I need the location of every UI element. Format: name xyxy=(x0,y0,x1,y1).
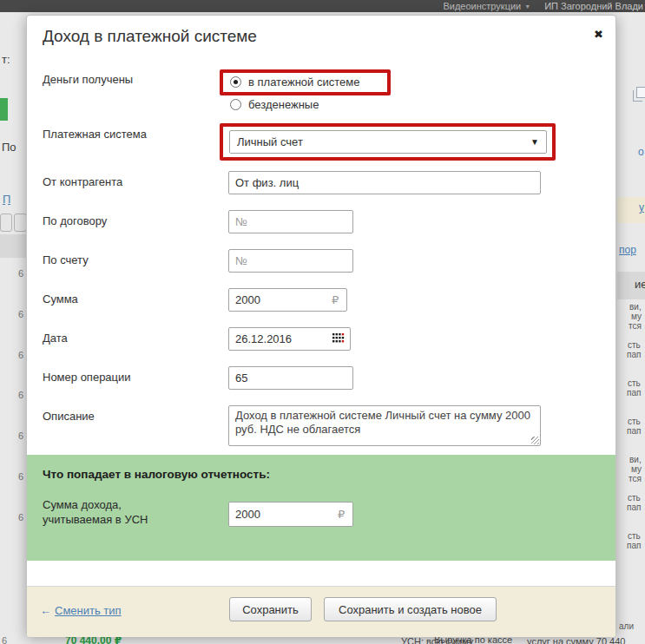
contract-label: По договору xyxy=(43,214,107,227)
radio-option-label: безденежные xyxy=(248,98,319,111)
video-instructions-link[interactable]: Видеоинструкции xyxy=(443,1,521,11)
amount-input[interactable] xyxy=(228,288,347,312)
bg-fragment-cell: али xyxy=(619,621,634,631)
topbar: Видеоинструкции ▼ ИП Загородний Влади xyxy=(0,0,645,12)
bg-fragment-plain: услуг на сумму 70 440 xyxy=(527,637,625,644)
tax-section-title: Что попадает в налоговую отчетность: xyxy=(43,468,270,481)
bg-fragment-date-digit: 6 xyxy=(18,391,23,400)
bg-fragment-gray-button-edge xyxy=(0,214,12,232)
account-name[interactable]: ИП Загородний Влади xyxy=(544,1,643,11)
payment-system-label: Платежная система xyxy=(43,128,147,141)
bg-fragment-cell: сть xyxy=(628,340,641,350)
usn-income-label-line1: Сумма дохода, xyxy=(43,498,122,511)
bg-fragment-money: 70 440,00 ₽ xyxy=(65,636,122,644)
bg-fragment-cell: пап xyxy=(627,426,641,436)
ruble-sign: ₽ xyxy=(332,293,339,306)
calendar-icon[interactable] xyxy=(332,333,345,344)
dropdown-caret-icon: ▼ xyxy=(530,137,539,147)
invoice-number-input[interactable] xyxy=(228,249,353,273)
radio-unselected-icon[interactable] xyxy=(230,99,241,110)
bg-fragment-dashed: П xyxy=(3,194,10,205)
radio-option-label: в платежной системе xyxy=(248,76,359,89)
radio-option-payment-system[interactable]: в платежной системе xyxy=(230,76,359,89)
bg-fragment-cell: му xyxy=(631,312,642,321)
bg-fragment-cell: пап xyxy=(627,503,641,512)
bg-fragment-cell: ви, xyxy=(629,455,642,464)
radio-selected-icon[interactable] xyxy=(230,76,241,88)
selected-option: Личный счет xyxy=(237,135,303,148)
bg-fragment-cell: тся xyxy=(629,321,642,331)
bg-fragment-cell: сть xyxy=(628,531,641,541)
usn-income-input[interactable] xyxy=(228,502,353,527)
chevron-down-icon: ▼ xyxy=(524,3,530,10)
invoice-label: По счету xyxy=(43,253,89,266)
payment-system-select[interactable]: Личный счет ▼ xyxy=(229,130,547,154)
bg-fragment-green-button-edge xyxy=(0,98,8,121)
bg-fragment-cell: сть xyxy=(628,493,641,503)
ruble-sign: ₽ xyxy=(338,508,345,521)
bg-fragment-date-digit: 6 xyxy=(18,472,23,482)
bg-fragment-cell: пап xyxy=(627,541,641,550)
bg-fragment-link[interactable]: о xyxy=(638,148,644,157)
income-payment-system-dialog: Доход в платежной системе ✖ Деньги получ… xyxy=(26,15,616,636)
bg-fragment-cell: ви, xyxy=(629,302,642,312)
bg-fragment-date-digit: 6 xyxy=(18,351,23,360)
operation-number-label: Номер операции xyxy=(43,371,131,384)
close-icon[interactable]: ✖ xyxy=(594,29,603,40)
bg-fragment-link[interactable]: пор xyxy=(619,246,636,255)
save-button[interactable]: Сохранить xyxy=(229,597,312,621)
amount-label: Сумма xyxy=(43,292,78,306)
dialog-title: Доход в платежной системе xyxy=(43,27,257,46)
operation-number-input[interactable] xyxy=(228,366,353,390)
bg-fragment-cell: пап xyxy=(627,350,641,359)
counterparty-input[interactable] xyxy=(228,171,541,194)
bg-fragment-date-digit: 6 xyxy=(18,269,23,279)
change-type-link[interactable]: ←Сменить тип xyxy=(40,604,122,617)
counterparty-label: От контрагента xyxy=(43,175,122,188)
bg-fragment-cell: сть xyxy=(628,417,641,426)
radio-option-non-monetary[interactable]: безденежные xyxy=(230,98,319,111)
bg-fragment-cell: пап xyxy=(627,388,641,398)
bg-fragment-cell: тся xyxy=(629,474,642,483)
back-arrow-icon: ← xyxy=(40,604,51,617)
bg-fragment-header-band-left xyxy=(0,234,26,258)
money-received-label: Деньги получены xyxy=(43,73,133,86)
bg-fragment-text-dark: ие xyxy=(635,279,645,289)
bg-fragment-date-digit: 6 xyxy=(2,636,7,644)
usn-income-label-line2: учитываемая в УСН xyxy=(43,513,148,526)
bg-fragment-text-dark: т: xyxy=(2,55,10,64)
bg-fragment-cell: му xyxy=(631,464,642,474)
bg-fragment-copy-icon xyxy=(636,87,645,98)
bg-fragment-text-dark: По xyxy=(2,142,16,152)
bg-fragment-gray-button-edge2 xyxy=(14,214,27,232)
description-label: Описание xyxy=(43,410,95,423)
save-and-create-new-button[interactable]: Сохранить и создать новое xyxy=(324,597,497,621)
date-label: Дата xyxy=(43,332,68,345)
bg-fragment-date-digit: 6 xyxy=(18,513,23,522)
bg-fragment-cell: сть xyxy=(628,378,641,388)
description-textarea[interactable]: Доход в платежной системе Личный счет на… xyxy=(228,405,541,446)
bg-fragment-date-digit: 6 xyxy=(18,431,23,441)
contract-number-input[interactable] xyxy=(228,210,353,233)
change-type-label: Сменить тип xyxy=(55,604,122,617)
bg-fragment-link[interactable]: у xyxy=(639,203,644,213)
bg-fragment-date-digit: 6 xyxy=(18,310,23,319)
